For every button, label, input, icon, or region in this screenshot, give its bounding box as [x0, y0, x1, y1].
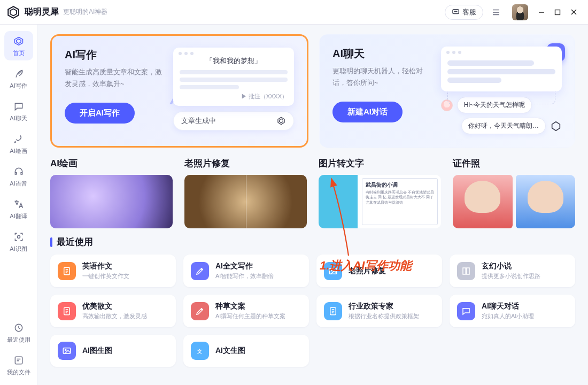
sidebar-item-recent[interactable]: 最近使用 [4, 318, 33, 347]
hero-card-write[interactable]: AI写作 智能生成高质量文章和文案，激发灵感，效率飙升~ 开启AI写作 AI 「… [50, 34, 308, 148]
headphones-icon [13, 166, 24, 178]
chat-bubble-bot: Hi~今天的天气怎样呢 [457, 97, 532, 113]
sidebar-item-vision[interactable]: AI识图 [4, 227, 33, 256]
ocr-paper-title: 武昌街的小调 [366, 181, 434, 189]
recent-card[interactable]: 玄幻小说 提供更多小说创作思路 [450, 255, 575, 287]
sidebar-item-label: 我的文件 [7, 368, 30, 376]
write-status-text: 文章生成中 [181, 116, 216, 126]
folder-icon [13, 355, 24, 366]
card-desc: 提供更多小说创作思路 [482, 272, 540, 280]
sidebar-item-label: AI写作 [10, 82, 27, 90]
tool-card-restore[interactable]: 老照片修复 [184, 157, 307, 228]
svg-marker-14 [16, 39, 20, 43]
app-subtitle: 更聪明的AI神器 [63, 7, 107, 17]
card-title: AI全文写作 [215, 261, 274, 271]
hero-card-chat[interactable]: AI聊天 更聪明的聊天机器人，轻松对话，答你所问~ 新建AI对话 Hi~今天的天… [319, 34, 575, 148]
hex-icon [550, 120, 562, 132]
recent-card[interactable]: 文 AI文生图 [183, 335, 309, 367]
start-ai-write-button[interactable]: 开启AI写作 [65, 103, 135, 124]
sidebar-item-files[interactable]: 我的文件 [4, 350, 33, 380]
svg-rect-17 [15, 357, 22, 364]
chat-bubble-user: 你好呀，今天天气晴朗… [461, 118, 546, 134]
ocr-paper-body: 有时候到重庆路买书总会 不自觉地望武昌街走去 回 忆 最迟发现武昌街大大不 同了… [366, 190, 434, 205]
scan-icon [13, 231, 24, 243]
tool-card-idphoto[interactable]: 证件照 [453, 157, 575, 228]
card-title: AI图生图 [82, 346, 112, 356]
write-status-pill: 文章生成中 [173, 111, 294, 130]
recent-card[interactable]: 老照片修复 [316, 255, 442, 287]
card-desc: AI智能写作，效率翻倍 [215, 272, 274, 280]
window-close-button[interactable] [566, 4, 582, 20]
hero-write-title: AI写作 [65, 48, 166, 62]
new-ai-chat-button[interactable]: 新建AI对话 [332, 102, 403, 122]
hero-write-desc: 智能生成高质量文章和文案，激发灵感，效率飙升~ [65, 66, 166, 91]
home-icon [13, 35, 24, 47]
main-content: AI写作 智能生成高质量文章和文案，激发灵感，效率飙升~ 开启AI写作 AI 「… [37, 25, 588, 385]
card-icon [457, 302, 475, 320]
card-title: AI聊天对话 [482, 302, 534, 311]
card-title: AI文生图 [215, 346, 245, 356]
card-icon [58, 342, 76, 360]
tool-title: 老照片修复 [184, 157, 307, 170]
card-title: 玄幻小说 [482, 261, 540, 271]
tool-image: 武昌街的小调 有时候到重庆路买书总会 不自觉地望武昌街走去 回 忆 最迟发现武昌… [319, 175, 441, 228]
sidebar-item-label: 首页 [13, 49, 25, 57]
user-avatar[interactable] [512, 4, 528, 20]
hero-chat-title: AI聊天 [332, 47, 434, 61]
card-icon [58, 262, 76, 280]
write-preview-card: 「我和我的梦想」 ▶ 批注（XXXX） [173, 48, 294, 106]
write-preview-annotation: ▶ 批注（XXXX） [180, 93, 288, 101]
tool-title: AI绘画 [50, 157, 173, 170]
recent-card[interactable]: AI全文写作 AI智能写作，效率翻倍 [183, 255, 309, 287]
svg-text:文: 文 [197, 349, 202, 354]
window-minimize-button[interactable] [533, 4, 550, 20]
hamburger-menu-button[interactable] [489, 5, 504, 20]
app-name: 聪明灵犀 [25, 6, 59, 18]
tool-image [453, 175, 575, 228]
sidebar-item-translate[interactable]: AI翻译 [4, 194, 33, 224]
svg-point-30 [65, 349, 66, 350]
hero-chat-desc: 更聪明的聊天机器人，轻松对话，答你所问~ [332, 65, 434, 90]
recent-card[interactable]: 优美散文 高效输出散文，激发灵感 [50, 295, 176, 327]
recent-card[interactable]: 英语作文 一键创作英文作文 [50, 255, 176, 287]
logo-icon [6, 5, 20, 19]
card-icon [191, 262, 209, 280]
sidebar-item-home[interactable]: 首页 [4, 31, 33, 60]
tool-image [184, 175, 307, 228]
svg-point-15 [17, 236, 20, 238]
sidebar-item-paint[interactable]: AI绘画 [4, 129, 33, 158]
recent-card[interactable]: 种草文案 AI撰写任何主题的种草文案 [183, 295, 309, 327]
customer-service-button[interactable]: 客服 [445, 5, 483, 20]
svg-point-3 [454, 11, 455, 12]
brush-icon [13, 133, 24, 145]
tool-card-ocr[interactable]: 图片转文字 武昌街的小调 有时候到重庆路买书总会 不自觉地望武昌街走去 回 忆 … [319, 157, 441, 228]
sidebar-item-label: 最近使用 [7, 336, 30, 344]
sidebar-item-label: AI翻译 [10, 212, 27, 220]
recent-grid: 英语作文 一键创作英文作文 AI全文写作 AI智能写作，效率翻倍 老照片修复 玄… [50, 255, 575, 367]
sidebar-item-write[interactable]: AI写作 [4, 64, 33, 93]
sidebar-item-label: AI绘画 [10, 147, 27, 155]
clock-icon [13, 322, 24, 334]
sidebar-item-label: AI识图 [10, 245, 27, 253]
svg-marker-19 [280, 119, 283, 123]
sidebar-item-label: AI聊天 [10, 114, 27, 122]
card-desc: 一键创作英文作文 [82, 272, 129, 280]
svg-point-4 [455, 11, 456, 12]
tool-image [50, 175, 173, 228]
recent-card[interactable]: AI聊天对话 宛如真人的AI小助理 [450, 295, 575, 327]
tool-card-paint[interactable]: AI绘画 [50, 157, 173, 228]
sidebar-item-voice[interactable]: AI语音 [4, 161, 33, 191]
sidebar-item-label: AI语音 [10, 180, 27, 188]
recent-card[interactable]: 行业政策专家 根据行业名称提供政策框架 [316, 295, 442, 327]
tool-title: 图片转文字 [319, 157, 441, 170]
window-maximize-button[interactable] [550, 4, 566, 20]
svg-marker-23 [552, 121, 560, 130]
card-icon [457, 262, 475, 280]
hex-icon [276, 116, 286, 126]
card-title: 行业政策专家 [349, 302, 419, 311]
svg-point-26 [331, 270, 332, 271]
customer-service-label: 客服 [462, 7, 476, 17]
recent-card[interactable]: AI图生图 [50, 335, 176, 367]
chat-preview-card [441, 47, 562, 91]
sidebar-item-chat[interactable]: AI聊天 [4, 96, 33, 126]
